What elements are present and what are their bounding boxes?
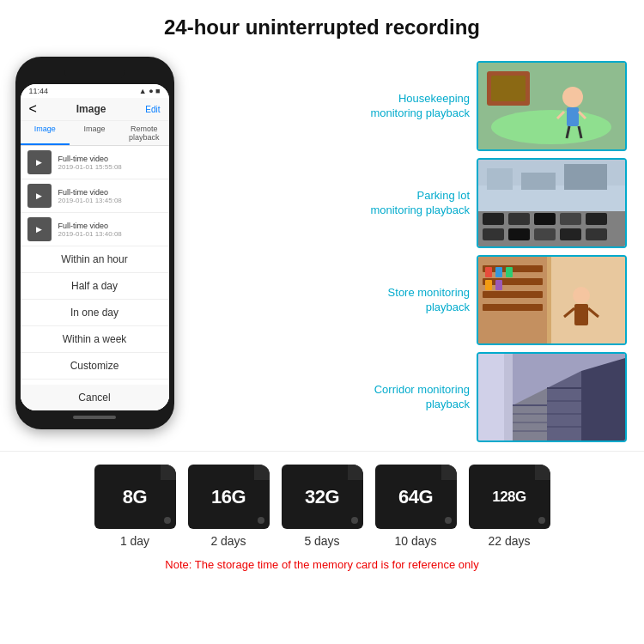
monitoring-section: Housekeepingmonitoring playback [189,57,627,442]
nav-back-button[interactable]: < [29,101,37,117]
phone-body: 11:44 ▲ ● ■ < Image Edit Image Image Rem… [15,57,174,429]
svg-rect-17 [483,228,504,240]
video-date-3: 2019-01-01 13:40:08 [58,230,122,238]
phone-nav-bar: < Image Edit [21,98,169,121]
monitoring-image-parking [477,158,627,248]
monitoring-label-corridor: Corridor monitoringplayback [189,383,470,412]
dropdown-cancel-button[interactable]: Cancel [21,385,169,410]
svg-rect-32 [483,304,543,311]
storage-card-64g: 64G 10 days [375,465,457,548]
phone-mockup: 11:44 ▲ ● ■ < Image Edit Image Image Rem… [9,57,180,429]
phone-icons: ▲ ● ■ [139,87,161,95]
sd-days-64g: 10 days [394,534,436,548]
storage-cards-row: 8G 1 day 16G 2 days 32G 5 days 64G 10 da… [94,465,550,548]
parking-photo [478,160,625,246]
sd-card-16g: 16G [188,465,270,529]
svg-rect-39 [574,304,588,325]
video-item-1[interactable]: ▶ Full-time video 2019-01-01 15:55:08 [21,146,169,179]
tab-remote-playback[interactable]: Remote playback [119,121,169,145]
svg-rect-13 [508,213,530,225]
monitoring-image-housekeeping [477,61,627,151]
monitoring-label-store: Store monitoringplayback [189,286,470,315]
storage-note: Note: The storage time of the memory car… [156,555,487,574]
sd-card-size-128g: 128G [492,489,526,506]
sd-card-64g: 64G [375,465,457,529]
storage-card-16g: 16G 2 days [188,465,270,548]
svg-rect-14 [534,213,556,225]
video-thumb-3: ▶ [27,217,52,241]
sd-days-128g: 22 days [488,534,530,548]
nav-title: Image [76,103,106,115]
monitoring-row-store: Store monitoringplayback [189,255,627,345]
page-title: 24-hour uninterrupted recording [0,0,644,48]
dropdown-item-week[interactable]: Within a week [21,326,169,353]
svg-rect-31 [483,291,543,298]
monitoring-label-parking: Parking lotmonitoring playback [189,189,470,218]
svg-rect-18 [508,228,530,240]
svg-rect-5 [567,107,579,126]
nav-edit-button[interactable]: Edit [145,105,160,114]
svg-rect-34 [495,267,502,277]
svg-rect-25 [564,164,607,190]
sd-days-32g: 5 days [304,534,339,548]
svg-rect-33 [485,267,492,277]
sd-card-32g: 32G [282,465,363,529]
video-date-1: 2019-01-01 15:55:08 [58,163,122,171]
svg-point-1 [491,110,611,144]
video-item-2[interactable]: ▶ Full-time video 2019-01-01 13:45:08 [21,179,169,213]
svg-rect-21 [586,228,607,240]
phone-tabs: Image Image Remote playback [21,121,169,146]
sd-card-128g: 128G [469,465,550,529]
svg-rect-35 [506,267,513,277]
sd-card-size-32g: 32G [305,486,339,508]
sd-card-size-16g: 16G [211,486,246,508]
svg-rect-15 [560,213,581,225]
storage-card-8g: 8G 1 day [94,465,176,548]
phone-home-indicator [73,416,116,419]
tab-image2[interactable]: Image [70,121,119,145]
tab-image[interactable]: Image [21,121,70,145]
dropdown-item-within-hour[interactable]: Within an hour [21,246,169,273]
phone-time: 11:44 [29,87,49,95]
phone-notch [64,65,125,81]
storage-card-32g: 32G 5 days [282,465,363,548]
phone-status-bar: 11:44 ▲ ● ■ [21,84,169,98]
svg-rect-12 [483,213,504,225]
store-photo [478,257,625,343]
sd-days-8g: 1 day [120,534,149,548]
monitoring-label-housekeeping: Housekeepingmonitoring playback [189,92,470,121]
svg-point-4 [562,87,583,107]
monitoring-row-housekeeping: Housekeepingmonitoring playback [189,61,627,151]
sd-card-size-8g: 8G [123,486,147,508]
svg-rect-19 [534,228,556,240]
storage-section: 8G 1 day 16G 2 days 32G 5 days 64G 10 da… [0,451,644,583]
video-thumb-2: ▶ [27,184,52,208]
sd-days-16g: 2 days [210,534,246,548]
video-thumb-1: ▶ [27,150,52,174]
video-title-2: Full-time video [58,188,122,197]
sd-card-8g: 8G [94,465,176,529]
phone-screen: 11:44 ▲ ● ■ < Image Edit Image Image Rem… [21,84,169,410]
svg-rect-37 [495,280,502,290]
monitoring-image-corridor [477,352,627,442]
dropdown-menu: Within an hour Half a day In one day Wit… [21,246,169,410]
svg-rect-36 [485,280,492,290]
svg-point-38 [573,287,590,304]
svg-rect-24 [521,173,556,190]
svg-rect-23 [487,168,513,190]
video-title-1: Full-time video [58,155,122,163]
dropdown-item-customize[interactable]: Customize [21,353,169,380]
storage-card-128g: 128G 22 days [469,465,550,548]
video-item-3[interactable]: ▶ Full-time video 2019-01-01 13:40:08 [21,213,169,246]
housekeeping-photo [478,63,625,149]
sd-card-size-64g: 64G [398,486,433,508]
dropdown-item-half-day[interactable]: Half a day [21,273,169,300]
video-title-3: Full-time video [58,222,122,230]
corridor-photo [478,354,625,440]
svg-rect-55 [478,354,504,440]
svg-marker-45 [581,358,625,440]
svg-rect-20 [560,228,581,240]
dropdown-item-one-day[interactable]: In one day [21,300,169,326]
video-date-2: 2019-01-01 13:45:08 [58,197,122,204]
monitoring-image-store [477,255,627,345]
